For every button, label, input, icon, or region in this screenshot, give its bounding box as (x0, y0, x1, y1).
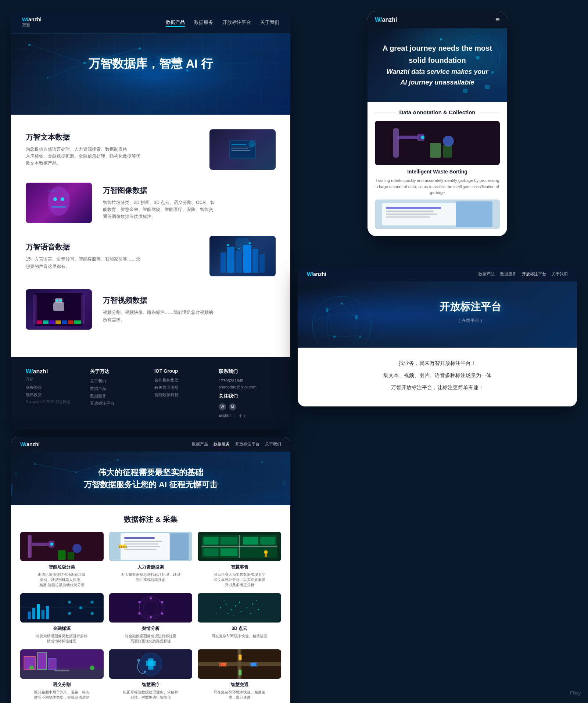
dc-nav-about[interactable]: 关于我们 (265, 441, 281, 447)
nav-item-about[interactable]: 关于我们 (260, 19, 279, 26)
dc-card-street: 语义分割 区分路面中属于汽车、道路、标志牌等不同物体类型，实现自动驾驶 (20, 649, 104, 700)
dc-card-medical: 智慧医疗 以图形标注数据处理业务、求解片判读、对数据进行智能化 (109, 649, 193, 700)
mobile-mockup: W/anzhi ≡ (368, 11, 507, 236)
svg-rect-128 (265, 554, 267, 557)
nav-item-product[interactable]: 数据产品 (166, 19, 185, 26)
svg-point-166 (235, 605, 236, 606)
svg-point-169 (247, 607, 248, 608)
svg-rect-44 (49, 320, 55, 324)
desktop-content: 万智文本数据 为您提供自然语言处理、人力资源搜索、数据制表格入库标签、金融数据抓… (11, 115, 290, 357)
svg-rect-105 (68, 552, 75, 560)
svg-rect-126 (220, 548, 237, 556)
desktop-hero-title: 万智数据库，智慧 AI 行 (26, 56, 276, 72)
video-data-img (26, 289, 92, 330)
svg-point-191 (90, 666, 94, 670)
svg-rect-110 (124, 541, 162, 542)
mobile-hero-title: A great journey needs the most solid fou… (383, 43, 492, 87)
card-retail-title: 智慧零售 (198, 564, 281, 570)
svg-rect-37 (81, 295, 85, 324)
svg-rect-13 (232, 148, 248, 149)
svg-rect-69 (386, 211, 434, 212)
social-icon-wechat[interactable]: W (219, 403, 226, 410)
svg-point-52 (440, 38, 442, 40)
svg-rect-123 (243, 537, 258, 545)
svg-point-172 (258, 609, 259, 610)
svg-rect-185 (54, 670, 69, 671)
platform-nav-about[interactable]: 关于我们 (552, 271, 568, 277)
svg-rect-47 (68, 320, 74, 324)
dc-nav-platform[interactable]: 开放标注平台 (235, 441, 259, 447)
svg-point-9 (47, 77, 49, 79)
svg-rect-207 (239, 670, 242, 675)
social-icon-weibo[interactable]: M (229, 403, 236, 410)
platform-title: 开放标注平台 (375, 300, 566, 314)
nav-item-service[interactable]: 数据服务 (194, 19, 213, 26)
audio-data-title: 万智语音数据 (26, 242, 198, 252)
svg-rect-59 (393, 128, 399, 158)
svg-point-200 (144, 671, 146, 673)
footer-col-iot: IOT Group 合作机构集团 有关管理消息 智能数据科技 (154, 368, 211, 419)
svg-point-199 (137, 659, 140, 662)
svg-rect-121 (204, 537, 219, 545)
svg-point-178 (216, 613, 217, 614)
dc-nav-service[interactable]: 数据服务 (214, 441, 230, 447)
dc-cards-grid: 智能垃圾分类 训练机器快捷精准地识别垃圾类别，以识别机器人快捷、精准.智能垃圾自… (20, 532, 281, 700)
svg-point-174 (224, 600, 225, 600)
platform-logo: W/anzhi (307, 271, 326, 277)
svg-rect-24 (227, 247, 234, 273)
dc-section-title: 数据标注 & 采集 (20, 514, 281, 524)
sorting-title: Intelligent Waste Sorting (375, 169, 500, 175)
card-sentiment-title: 舆情分析 (109, 625, 193, 632)
svg-point-138 (68, 612, 71, 615)
svg-rect-43 (43, 320, 49, 324)
mobile-logo: W/anzhi (375, 17, 397, 23)
paper-card-img (375, 200, 500, 229)
svg-point-140 (91, 600, 94, 603)
svg-rect-45 (55, 320, 61, 324)
svg-rect-11 (232, 144, 246, 145)
platform-nav-product[interactable]: 数据产品 (478, 271, 495, 277)
hamburger-button[interactable]: ≡ (495, 15, 500, 24)
dc-logo: W/anzhi (20, 441, 40, 447)
svg-rect-101 (32, 543, 51, 546)
svg-point-175 (233, 615, 234, 616)
card-pointcloud-desc: 可在复杂3d环境中快速、精准速度 (198, 634, 281, 639)
mobile-mockup-container: W/anzhi ≡ (298, 11, 577, 259)
data-collection-mockup: W/anzhi 数据产品 数据服务 开放标注平台 关于我们 (11, 437, 290, 703)
svg-text:AI: AI (251, 143, 254, 146)
data-annotation-title: Data Annotation & Collection (399, 109, 476, 115)
svg-rect-206 (239, 654, 242, 660)
svg-point-168 (239, 602, 240, 603)
svg-rect-62 (430, 143, 441, 158)
svg-point-103 (50, 543, 53, 546)
svg-rect-205 (251, 663, 257, 666)
platform-desc-3: 万智开放标注平台，让标注更简单有趣！ (309, 383, 566, 392)
svg-point-164 (232, 609, 233, 610)
svg-rect-56 (463, 89, 467, 93)
svg-point-170 (252, 603, 253, 605)
svg-point-18 (53, 197, 57, 201)
card-finance-desc: 对复杂情境图像类数据进行多种情感情绪标注处理 (20, 634, 104, 644)
video-data-section: 万智视频数据 视频分割、视频快像、路跑标注……我们满足您对视频的所有需求。 (26, 289, 276, 330)
svg-point-64 (443, 136, 454, 147)
nav-item-platform[interactable]: 开放标注平台 (222, 19, 251, 26)
sorting-card-img (375, 121, 500, 165)
svg-rect-133 (32, 608, 35, 619)
desktop-nav: W/anzhi 万智 数据产品 数据服务 开放标注平台 关于我们 (11, 11, 290, 34)
svg-rect-28 (259, 254, 265, 273)
platform-nav-service[interactable]: 数据服务 (500, 271, 516, 277)
svg-rect-114 (170, 533, 189, 560)
dc-card-pointcloud: 3D 点云 可在复杂3d环境中快速、精准速度 (198, 593, 281, 644)
card-hr-desc: 对大量数据信息进行标注处理，以识别并实现智能搜索 (109, 572, 193, 582)
svg-rect-198 (146, 661, 156, 666)
card-street-title: 语义分割 (20, 682, 104, 688)
svg-rect-71 (386, 216, 430, 218)
text-data-img: AI (209, 129, 276, 170)
dc-nav-product[interactable]: 数据产品 (192, 441, 208, 447)
desktop-logo: W/anzhi 万智 (22, 17, 42, 28)
platform-nav-platform[interactable]: 开放标注平台 (522, 271, 546, 277)
dc-card-hr: LABEL 人力资源搜索 对大量数据信息进行标注处理，以识别并实现智能搜索 (109, 532, 193, 588)
card-finance-title: 金融抓源 (20, 625, 104, 632)
dc-card-sentiment: 舆情分析 对金融数据图像情况进行标注更高更好更优化的路况标注 (109, 593, 193, 644)
svg-rect-111 (124, 544, 158, 545)
